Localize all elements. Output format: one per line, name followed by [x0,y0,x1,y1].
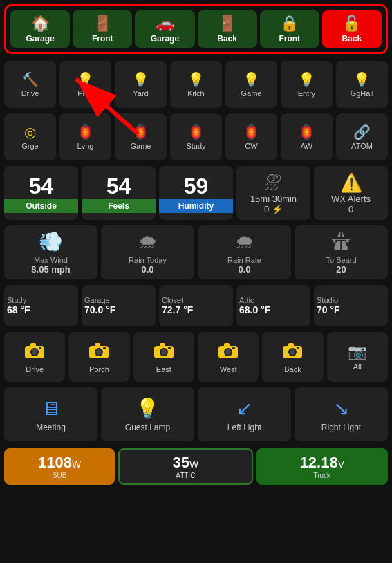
door-icon: 🚪 [93,15,112,33]
svg-rect-5 [30,343,36,347]
svg-point-14 [161,349,167,355]
humidity[interactable]: 59 Humidity [159,166,233,220]
tile-kitch[interactable]: 💡 Kitch [170,61,222,108]
tile-prch[interactable]: 💡 Prch [59,61,111,108]
power-truck[interactable]: 12.18V Truck [256,448,388,485]
nav-back1[interactable]: 🚪 Back [198,10,257,48]
guest-lamp-tile[interactable]: 💡 Guest Lamp [101,387,194,441]
tile-entry[interactable]: 💡 Entry [281,61,333,108]
to-beard-tile[interactable]: 🛣 To Beard 20 [295,225,388,279]
attic-unit: W [189,459,198,470]
unlock-icon: 🔓 [342,15,361,33]
power-attic[interactable]: 35W ATTIC [118,448,252,485]
nav-garage1-label: Garage [26,34,54,44]
nav-back1-label: Back [217,34,237,44]
road-icon: 🛣 [332,230,351,253]
max-wind-tile[interactable]: 💨 Max Wind 8.05 mph [4,225,97,279]
hammer-icon: 🔨 [21,71,39,88]
tile-grge[interactable]: ◎ Grge [4,113,56,160]
sensor-studio[interactable]: Studio 70 °F [314,285,388,326]
sub-val: 1108 [38,454,72,471]
tile-study[interactable]: 🏮 Study [170,113,222,160]
distance-tile[interactable]: ⛈ 15mi 30min 0 ⚡ [236,166,310,220]
nav-front1[interactable]: 🚪 Front [73,10,132,48]
attic-val: 35 [172,454,189,471]
camera-porch-label: Porch [89,365,109,373]
nav-garage1[interactable]: 🏠 Garage [10,10,70,48]
sub-label: SUB [53,472,67,479]
attic-label: ATTIC [176,472,195,479]
camera-section: Drive Porch East [0,329,392,385]
nav-front1-label: Front [92,34,113,44]
outside-temp[interactable]: 54 Outside [4,166,78,220]
tile-game[interactable]: 💡 Game [225,61,277,108]
power-sub[interactable]: 1108W SUB [4,448,115,485]
feels-value: 54 [106,174,131,199]
sensor-closet[interactable]: Closet 72.7 °F [159,285,233,326]
nav-front2[interactable]: 🔒 Front [260,10,319,48]
power-sub-value: 1108W [38,454,81,472]
svg-point-26 [297,347,299,349]
sensor-study-name: Study [7,296,26,304]
sensor-study[interactable]: Study 68 °F [4,285,78,326]
right-light-icon: ↘ [333,397,349,420]
camera-west[interactable]: West [198,332,259,382]
tile-game-label: Game [241,89,262,98]
lamp2-icon: 🏮 [132,124,149,140]
tile-game2[interactable]: 🏮 Game [115,113,167,160]
to-beard-label: To Beard [326,256,356,264]
camera-west-label: West [220,365,237,373]
camera-east[interactable]: East [133,332,194,382]
sensor-closet-name: Closet [162,296,183,304]
sensor-studio-name: Studio [317,296,338,304]
feels-like[interactable]: 54 Feels [82,166,156,220]
rain-today-val: 0.0 [141,264,153,275]
rain-rate-label: Rain Rate [227,256,261,264]
right-light-tile[interactable]: ↘ Right Light [295,387,388,441]
tile-gghall[interactable]: 💡 GgHall [336,61,388,108]
guest-lamp-label: Guest Lamp [125,423,170,432]
circle-icon: ◎ [24,124,36,140]
tile-aw[interactable]: 🏮 AW [281,113,333,160]
nav-back2[interactable]: 🔓 Back [322,10,382,48]
bulb2-icon: 💡 [132,71,149,88]
wx-alerts[interactable]: ⚠️ WX Alerts 0 [314,166,388,220]
truck-label: Truck [313,472,330,479]
tile-yard[interactable]: 💡 Yard [115,61,167,108]
left-light-tile[interactable]: ↙ Left Light [198,387,291,441]
tile-atom[interactable]: 🔗 ATOM [336,113,388,160]
camera-back[interactable]: Back [262,332,323,382]
camera-east-icon [153,340,175,364]
tile-lvng[interactable]: 🏮 Lvng [59,113,111,160]
tile-study-label: Study [186,142,205,150]
camera-porch[interactable]: Porch [68,332,129,382]
svg-point-16 [168,347,171,349]
to-beard-val: 20 [336,264,346,275]
garage-icon: 🏠 [31,15,50,33]
rain-rate-icon: 🌧 [235,230,254,253]
tile-cw[interactable]: 🏮 CW [225,113,277,160]
camera-all[interactable]: 📷 All [327,332,388,382]
meeting-tile[interactable]: 🖥 Meeting [4,387,97,441]
nav-back2-label: Back [342,34,362,44]
wind-icon: 💨 [39,230,63,253]
rain-today-tile[interactable]: 🌧 Rain Today 0.0 [101,225,194,279]
left-light-label: Left Light [227,423,261,432]
lamp-icon: 💡 [136,397,160,420]
tile-drive[interactable]: 🔨 Drive [4,61,56,108]
sensor-attic-name: Attic [239,296,254,304]
nav-garage2[interactable]: 🚗 Garage [135,10,194,48]
sub-unit: W [72,459,81,470]
sensor-attic[interactable]: Attic 68.0 °F [236,285,310,326]
tile-aw-label: AW [301,142,312,150]
sensor-garage[interactable]: Garage 70.0 °F [82,285,156,326]
rain-today-label: Rain Today [129,256,167,264]
camera-back-label: Back [284,365,301,373]
sensor-section: Study 68 °F Garage 70.0 °F Closet 72.7 °… [0,282,392,329]
svg-point-21 [232,347,235,349]
tile-kitch-label: Kitch [187,89,204,98]
rain-rate-tile[interactable]: 🌧 Rain Rate 0.0 [198,225,291,279]
wind-val: 8.05 mph [31,264,70,275]
camera-drive[interactable]: Drive [4,332,65,382]
tile-game2-label: Game [131,142,151,150]
